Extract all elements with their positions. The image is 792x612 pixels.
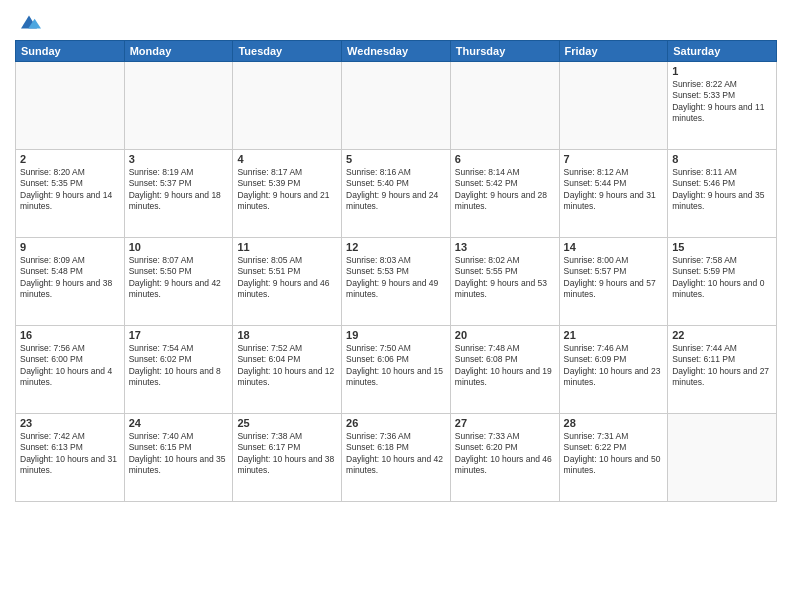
calendar-day: 15Sunrise: 7:58 AM Sunset: 5:59 PM Dayli… [668, 238, 777, 326]
day-info: Sunrise: 7:38 AM Sunset: 6:17 PM Dayligh… [237, 431, 337, 477]
day-info: Sunrise: 7:58 AM Sunset: 5:59 PM Dayligh… [672, 255, 772, 301]
calendar-day: 13Sunrise: 8:02 AM Sunset: 5:55 PM Dayli… [450, 238, 559, 326]
calendar-week-1: 2Sunrise: 8:20 AM Sunset: 5:35 PM Daylig… [16, 150, 777, 238]
day-info: Sunrise: 7:42 AM Sunset: 6:13 PM Dayligh… [20, 431, 120, 477]
day-number: 19 [346, 329, 446, 341]
day-number: 11 [237, 241, 337, 253]
calendar-day: 28Sunrise: 7:31 AM Sunset: 6:22 PM Dayli… [559, 414, 668, 502]
day-number: 28 [564, 417, 664, 429]
calendar-day: 5Sunrise: 8:16 AM Sunset: 5:40 PM Daylig… [342, 150, 451, 238]
day-number: 26 [346, 417, 446, 429]
day-number: 7 [564, 153, 664, 165]
calendar-day: 17Sunrise: 7:54 AM Sunset: 6:02 PM Dayli… [124, 326, 233, 414]
weekday-header-monday: Monday [124, 41, 233, 62]
day-info: Sunrise: 8:14 AM Sunset: 5:42 PM Dayligh… [455, 167, 555, 213]
day-number: 23 [20, 417, 120, 429]
weekday-header-tuesday: Tuesday [233, 41, 342, 62]
day-info: Sunrise: 8:17 AM Sunset: 5:39 PM Dayligh… [237, 167, 337, 213]
day-number: 12 [346, 241, 446, 253]
calendar-day: 16Sunrise: 7:56 AM Sunset: 6:00 PM Dayli… [16, 326, 125, 414]
calendar-table: SundayMondayTuesdayWednesdayThursdayFrid… [15, 40, 777, 502]
day-number: 17 [129, 329, 229, 341]
day-number: 22 [672, 329, 772, 341]
day-info: Sunrise: 8:12 AM Sunset: 5:44 PM Dayligh… [564, 167, 664, 213]
day-number: 14 [564, 241, 664, 253]
day-info: Sunrise: 8:00 AM Sunset: 5:57 PM Dayligh… [564, 255, 664, 301]
calendar-day [342, 62, 451, 150]
day-number: 5 [346, 153, 446, 165]
day-number: 24 [129, 417, 229, 429]
calendar-day: 12Sunrise: 8:03 AM Sunset: 5:53 PM Dayli… [342, 238, 451, 326]
calendar-day [233, 62, 342, 150]
calendar-day: 27Sunrise: 7:33 AM Sunset: 6:20 PM Dayli… [450, 414, 559, 502]
calendar-day: 9Sunrise: 8:09 AM Sunset: 5:48 PM Daylig… [16, 238, 125, 326]
weekday-header-saturday: Saturday [668, 41, 777, 62]
day-info: Sunrise: 7:48 AM Sunset: 6:08 PM Dayligh… [455, 343, 555, 389]
day-info: Sunrise: 7:44 AM Sunset: 6:11 PM Dayligh… [672, 343, 772, 389]
calendar-day: 6Sunrise: 8:14 AM Sunset: 5:42 PM Daylig… [450, 150, 559, 238]
day-info: Sunrise: 7:50 AM Sunset: 6:06 PM Dayligh… [346, 343, 446, 389]
day-number: 3 [129, 153, 229, 165]
day-info: Sunrise: 7:56 AM Sunset: 6:00 PM Dayligh… [20, 343, 120, 389]
day-info: Sunrise: 7:54 AM Sunset: 6:02 PM Dayligh… [129, 343, 229, 389]
calendar-day: 24Sunrise: 7:40 AM Sunset: 6:15 PM Dayli… [124, 414, 233, 502]
weekday-header-thursday: Thursday [450, 41, 559, 62]
calendar-day: 18Sunrise: 7:52 AM Sunset: 6:04 PM Dayli… [233, 326, 342, 414]
calendar-day: 11Sunrise: 8:05 AM Sunset: 5:51 PM Dayli… [233, 238, 342, 326]
calendar-week-0: 1Sunrise: 8:22 AM Sunset: 5:33 PM Daylig… [16, 62, 777, 150]
day-info: Sunrise: 8:19 AM Sunset: 5:37 PM Dayligh… [129, 167, 229, 213]
day-info: Sunrise: 8:09 AM Sunset: 5:48 PM Dayligh… [20, 255, 120, 301]
calendar-day [559, 62, 668, 150]
day-number: 20 [455, 329, 555, 341]
calendar-day: 10Sunrise: 8:07 AM Sunset: 5:50 PM Dayli… [124, 238, 233, 326]
calendar-day: 14Sunrise: 8:00 AM Sunset: 5:57 PM Dayli… [559, 238, 668, 326]
calendar-day: 20Sunrise: 7:48 AM Sunset: 6:08 PM Dayli… [450, 326, 559, 414]
weekday-header-friday: Friday [559, 41, 668, 62]
weekday-header-sunday: Sunday [16, 41, 125, 62]
day-info: Sunrise: 7:31 AM Sunset: 6:22 PM Dayligh… [564, 431, 664, 477]
calendar-header-row: SundayMondayTuesdayWednesdayThursdayFrid… [16, 41, 777, 62]
day-number: 2 [20, 153, 120, 165]
calendar-day: 7Sunrise: 8:12 AM Sunset: 5:44 PM Daylig… [559, 150, 668, 238]
calendar-day [124, 62, 233, 150]
day-info: Sunrise: 8:02 AM Sunset: 5:55 PM Dayligh… [455, 255, 555, 301]
calendar-day [16, 62, 125, 150]
day-number: 1 [672, 65, 772, 77]
page: SundayMondayTuesdayWednesdayThursdayFrid… [0, 0, 792, 612]
day-info: Sunrise: 7:36 AM Sunset: 6:18 PM Dayligh… [346, 431, 446, 477]
calendar-week-3: 16Sunrise: 7:56 AM Sunset: 6:00 PM Dayli… [16, 326, 777, 414]
day-number: 27 [455, 417, 555, 429]
day-info: Sunrise: 8:07 AM Sunset: 5:50 PM Dayligh… [129, 255, 229, 301]
calendar-day: 21Sunrise: 7:46 AM Sunset: 6:09 PM Dayli… [559, 326, 668, 414]
calendar-day [668, 414, 777, 502]
calendar-day: 22Sunrise: 7:44 AM Sunset: 6:11 PM Dayli… [668, 326, 777, 414]
calendar-day: 2Sunrise: 8:20 AM Sunset: 5:35 PM Daylig… [16, 150, 125, 238]
day-info: Sunrise: 8:03 AM Sunset: 5:53 PM Dayligh… [346, 255, 446, 301]
calendar-day: 1Sunrise: 8:22 AM Sunset: 5:33 PM Daylig… [668, 62, 777, 150]
calendar-day: 26Sunrise: 7:36 AM Sunset: 6:18 PM Dayli… [342, 414, 451, 502]
logo-icon [17, 10, 41, 34]
day-number: 13 [455, 241, 555, 253]
day-number: 16 [20, 329, 120, 341]
day-number: 8 [672, 153, 772, 165]
day-number: 25 [237, 417, 337, 429]
day-info: Sunrise: 8:11 AM Sunset: 5:46 PM Dayligh… [672, 167, 772, 213]
day-info: Sunrise: 7:52 AM Sunset: 6:04 PM Dayligh… [237, 343, 337, 389]
calendar-day: 8Sunrise: 8:11 AM Sunset: 5:46 PM Daylig… [668, 150, 777, 238]
calendar-day: 19Sunrise: 7:50 AM Sunset: 6:06 PM Dayli… [342, 326, 451, 414]
calendar-week-4: 23Sunrise: 7:42 AM Sunset: 6:13 PM Dayli… [16, 414, 777, 502]
calendar-day [450, 62, 559, 150]
calendar-day: 25Sunrise: 7:38 AM Sunset: 6:17 PM Dayli… [233, 414, 342, 502]
day-info: Sunrise: 7:40 AM Sunset: 6:15 PM Dayligh… [129, 431, 229, 477]
day-number: 10 [129, 241, 229, 253]
day-info: Sunrise: 7:46 AM Sunset: 6:09 PM Dayligh… [564, 343, 664, 389]
calendar-week-2: 9Sunrise: 8:09 AM Sunset: 5:48 PM Daylig… [16, 238, 777, 326]
calendar-day: 4Sunrise: 8:17 AM Sunset: 5:39 PM Daylig… [233, 150, 342, 238]
day-number: 9 [20, 241, 120, 253]
day-number: 21 [564, 329, 664, 341]
day-info: Sunrise: 7:33 AM Sunset: 6:20 PM Dayligh… [455, 431, 555, 477]
day-info: Sunrise: 8:05 AM Sunset: 5:51 PM Dayligh… [237, 255, 337, 301]
day-number: 15 [672, 241, 772, 253]
logo [15, 10, 41, 34]
day-info: Sunrise: 8:22 AM Sunset: 5:33 PM Dayligh… [672, 79, 772, 125]
